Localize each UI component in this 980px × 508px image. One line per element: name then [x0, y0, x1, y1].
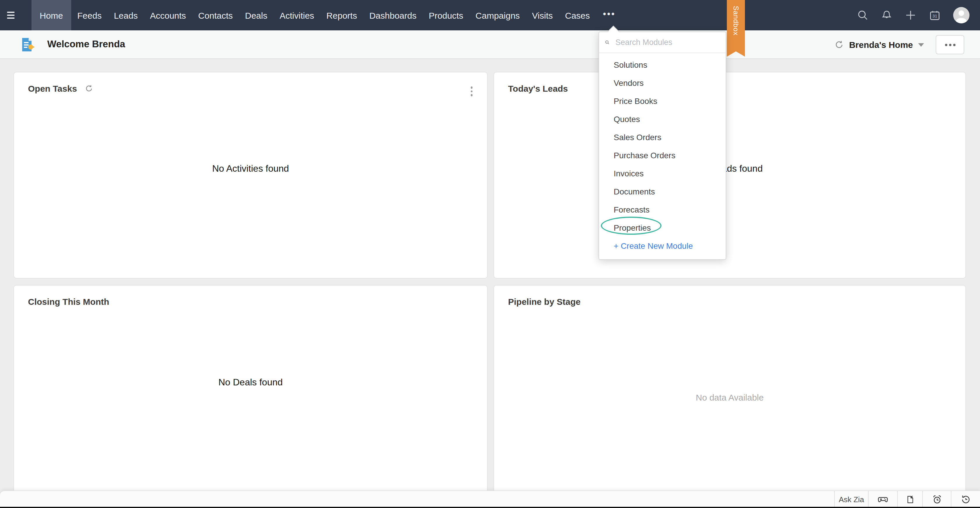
top-navbar: HomeFeedsLeadsAccountsContactsDealsActiv… [0, 0, 980, 30]
chevron-down-icon [918, 43, 924, 47]
notes-icon[interactable] [897, 491, 922, 507]
gamification-icon[interactable] [868, 491, 897, 507]
tab-activities[interactable]: Activities [274, 0, 320, 30]
annotation-ellipse [601, 217, 662, 235]
module-menu-item-sales-orders[interactable]: Sales Orders [599, 128, 725, 147]
sandbox-ribbon-label: Sandbox [732, 6, 740, 57]
empty-state-text: No Activities found [14, 163, 487, 174]
page-header: Welcome Brenda Brenda's Home [0, 30, 980, 59]
modules-dropdown: SolutionsVendorsPrice BooksQuotesSales O… [598, 32, 726, 260]
history-icon[interactable] [951, 491, 980, 507]
svg-text:31: 31 [932, 13, 937, 18]
create-new-module-link[interactable]: + Create New Module [599, 237, 725, 255]
card-title: Pipeline by Stage [508, 297, 581, 307]
card-todays-leads: Today's Leads No Leads found [493, 72, 966, 278]
card-title: Closing This Month [28, 297, 109, 307]
more-modules-tab[interactable]: ••• [596, 0, 623, 30]
card-refresh-icon[interactable] [84, 84, 93, 93]
module-menu-item-purchase-orders[interactable]: Purchase Orders [599, 147, 725, 165]
tab-dashboards[interactable]: Dashboards [363, 0, 423, 30]
module-menu-item-invoices[interactable]: Invoices [599, 165, 725, 183]
module-menu-item-documents[interactable]: Documents [599, 183, 725, 201]
tab-feeds[interactable]: Feeds [71, 0, 108, 30]
card-title: Today's Leads [508, 83, 568, 93]
tab-products[interactable]: Products [423, 0, 469, 30]
alarm-reminders-icon[interactable] [922, 491, 951, 507]
card-closing-this-month: Closing This Month No Deals found [13, 285, 488, 503]
ask-zia-button[interactable]: Ask Zia [834, 491, 868, 507]
tab-reports[interactable]: Reports [320, 0, 363, 30]
module-menu-item-properties[interactable]: Properties [599, 219, 725, 237]
tab-contacts[interactable]: Contacts [192, 0, 239, 30]
module-list: SolutionsVendorsPrice BooksQuotesSales O… [599, 53, 725, 260]
module-search-row [599, 32, 725, 53]
card-kebab-menu-icon[interactable] [471, 86, 473, 96]
user-avatar[interactable] [953, 7, 969, 23]
empty-state-text: No data Available [494, 392, 966, 402]
tab-leads[interactable]: Leads [108, 0, 144, 30]
dashboard-view-selector[interactable]: Brenda's Home [834, 30, 924, 58]
view-selector-label: Brenda's Home [849, 40, 913, 50]
notifications-bell-icon[interactable] [881, 10, 892, 21]
tab-home[interactable]: Home [32, 0, 71, 30]
navbar-right-icons: 31 [857, 0, 969, 30]
header-more-button[interactable] [935, 35, 964, 54]
empty-state-text: No Leads found [494, 163, 966, 174]
window-bottom-edge [0, 507, 980, 508]
page-title: Welcome Brenda [47, 38, 125, 50]
refresh-icon[interactable] [834, 40, 844, 50]
tab-accounts[interactable]: Accounts [144, 0, 192, 30]
calendar-icon[interactable]: 31 [929, 9, 941, 21]
card-pipeline-by-stage: Pipeline by Stage No data Available [493, 285, 966, 503]
zia-bottom-bar: Ask Zia [0, 490, 980, 507]
module-search-input[interactable] [614, 37, 720, 47]
add-plus-icon[interactable] [905, 10, 916, 21]
home-document-icon [19, 37, 35, 53]
module-menu-item-price-books[interactable]: Price Books [599, 92, 725, 110]
hamburger-menu-icon[interactable] [5, 0, 27, 30]
search-icon[interactable] [857, 10, 869, 21]
module-menu-item-vendors[interactable]: Vendors [599, 74, 725, 92]
card-title: Open Tasks [28, 83, 77, 93]
tab-visits[interactable]: Visits [526, 0, 559, 30]
module-menu-item-quotes[interactable]: Quotes [599, 110, 725, 128]
sandbox-ribbon: Sandbox [727, 0, 745, 57]
search-icon [605, 38, 609, 47]
empty-state-text: No Deals found [14, 377, 487, 388]
zoho-crm-app: HomeFeedsLeadsAccountsContactsDealsActiv… [0, 0, 980, 508]
tab-deals[interactable]: Deals [239, 0, 274, 30]
module-tabs: HomeFeedsLeadsAccountsContactsDealsActiv… [32, 0, 596, 30]
tab-campaigns[interactable]: Campaigns [469, 0, 526, 30]
card-open-tasks: Open Tasks No Activities found [13, 72, 488, 278]
module-menu-item-solutions[interactable]: Solutions [599, 56, 725, 74]
module-menu-item-forecasts[interactable]: Forecasts [599, 201, 725, 219]
tab-cases[interactable]: Cases [559, 0, 596, 30]
